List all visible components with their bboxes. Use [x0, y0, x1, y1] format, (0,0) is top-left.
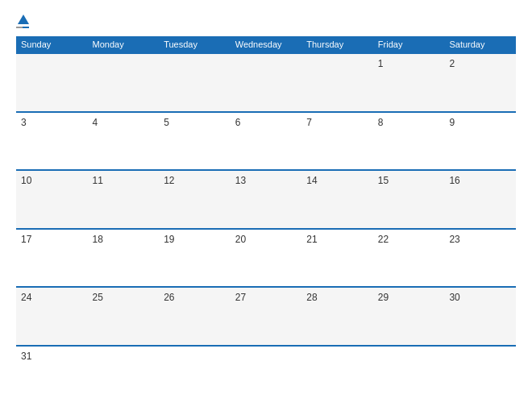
- day-number: 2: [449, 58, 511, 69]
- day-cell: 8: [373, 113, 445, 170]
- day-number: 26: [164, 292, 226, 303]
- day-number: 5: [164, 117, 226, 128]
- header: [16, 15, 516, 28]
- logo-underline: [16, 27, 29, 28]
- day-cell: 10: [16, 171, 88, 228]
- day-number: 12: [164, 175, 226, 186]
- day-cell: [373, 347, 445, 404]
- day-header-tuesday: Tuesday: [159, 36, 231, 52]
- day-cell: 28: [301, 288, 373, 345]
- day-number: 17: [21, 234, 83, 245]
- day-number: 29: [378, 292, 440, 303]
- day-number: 15: [378, 175, 440, 186]
- day-number: 9: [449, 117, 511, 128]
- day-number: 3: [21, 117, 83, 128]
- day-cell: [231, 347, 302, 404]
- day-number: 6: [235, 117, 297, 128]
- day-cell: 3: [16, 113, 88, 170]
- day-number: 10: [21, 175, 83, 186]
- day-number: 21: [306, 234, 368, 245]
- day-header-sunday: Sunday: [16, 36, 88, 52]
- day-cell: 1: [373, 54, 445, 111]
- day-header-friday: Friday: [373, 36, 445, 52]
- day-header-thursday: Thursday: [301, 36, 373, 52]
- day-number: 7: [306, 117, 368, 128]
- day-number: 25: [93, 292, 155, 303]
- day-number: 4: [93, 117, 155, 128]
- week-row-3: 10111213141516: [16, 169, 516, 228]
- week-row-5: 24252627282930: [16, 286, 516, 345]
- day-cell: [159, 347, 231, 404]
- day-cell: 19: [159, 230, 231, 287]
- day-cell: [88, 347, 160, 404]
- day-cell: 9: [444, 113, 516, 170]
- day-header-monday: Monday: [88, 36, 160, 52]
- day-number: 31: [21, 351, 83, 362]
- day-cell: 18: [88, 230, 160, 287]
- day-cell: [231, 54, 302, 111]
- day-cell: 29: [373, 288, 445, 345]
- day-cell: 20: [231, 230, 302, 287]
- day-cell: 23: [444, 230, 516, 287]
- day-number: 23: [449, 234, 511, 245]
- day-number: 14: [306, 175, 368, 186]
- day-number: 18: [93, 234, 155, 245]
- day-cell: 25: [88, 288, 160, 345]
- day-cell: 4: [88, 113, 160, 170]
- weeks-container: 1234567891011121314151617181920212223242…: [16, 52, 516, 403]
- day-cell: [159, 54, 231, 111]
- day-number: 1: [378, 58, 440, 69]
- day-number: 22: [378, 234, 440, 245]
- day-cell: 15: [373, 171, 445, 228]
- day-cell: 16: [444, 171, 516, 228]
- day-number: 24: [21, 292, 83, 303]
- day-cell: 30: [444, 288, 516, 345]
- day-header-wednesday: Wednesday: [231, 36, 302, 52]
- day-cell: 27: [231, 288, 302, 345]
- logo-underline-gray: [16, 27, 23, 28]
- day-header-saturday: Saturday: [444, 36, 516, 52]
- day-cell: [88, 54, 160, 111]
- day-cell: 7: [301, 113, 373, 170]
- day-cell: [301, 347, 373, 404]
- day-cell: 13: [231, 171, 302, 228]
- day-headers: SundayMondayTuesdayWednesdayThursdayFrid…: [16, 36, 516, 52]
- day-cell: 31: [16, 347, 88, 404]
- logo-underline-blue: [23, 27, 29, 28]
- calendar: SundayMondayTuesdayWednesdayThursdayFrid…: [16, 36, 516, 403]
- day-cell: 6: [231, 113, 302, 170]
- day-cell: 14: [301, 171, 373, 228]
- week-row-1: 12: [16, 52, 516, 111]
- day-number: 19: [164, 234, 226, 245]
- day-cell: 5: [159, 113, 231, 170]
- day-number: 11: [93, 175, 155, 186]
- day-cell: 12: [159, 171, 231, 228]
- week-row-2: 3456789: [16, 111, 516, 170]
- week-row-4: 17181920212223: [16, 228, 516, 287]
- logo-triangle-icon: [18, 15, 29, 24]
- day-number: 20: [235, 234, 297, 245]
- day-cell: 22: [373, 230, 445, 287]
- day-number: 28: [306, 292, 368, 303]
- day-cell: 17: [16, 230, 88, 287]
- logo: [16, 15, 29, 28]
- day-cell: 26: [159, 288, 231, 345]
- day-cell: 11: [88, 171, 160, 228]
- day-number: 30: [449, 292, 511, 303]
- day-cell: [444, 347, 516, 404]
- day-cell: 21: [301, 230, 373, 287]
- day-cell: 24: [16, 288, 88, 345]
- day-number: 13: [235, 175, 297, 186]
- day-cell: [16, 54, 88, 111]
- day-cell: 2: [444, 54, 516, 111]
- week-row-6: 31: [16, 345, 516, 404]
- day-number: 8: [378, 117, 440, 128]
- day-number: 16: [449, 175, 511, 186]
- calendar-page: SundayMondayTuesdayWednesdayThursdayFrid…: [0, 0, 532, 411]
- day-cell: [301, 54, 373, 111]
- day-number: 27: [235, 292, 297, 303]
